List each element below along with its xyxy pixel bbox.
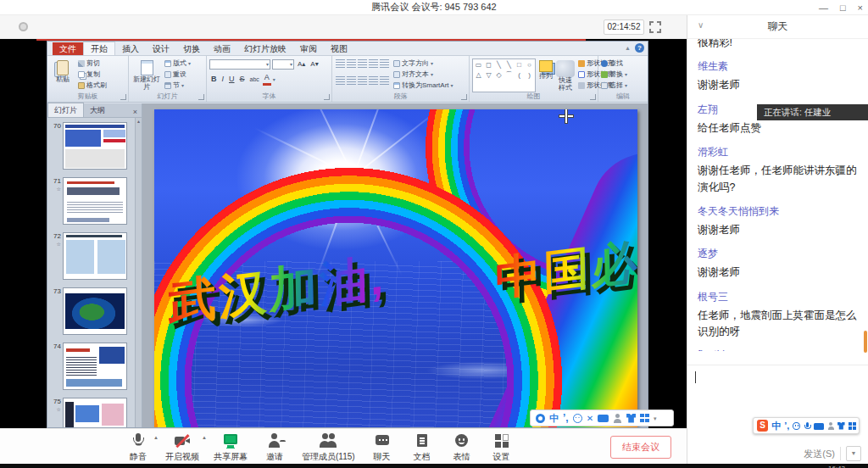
slide-thumbnail[interactable]: [63, 343, 127, 390]
paste-button[interactable]: 粘贴: [50, 58, 75, 92]
chevron-down-icon[interactable]: ∨: [698, 20, 704, 30]
format-painter-button[interactable]: 格式刷: [78, 81, 107, 91]
toolbar-item-screen-share[interactable]: 共享屏幕: [214, 432, 248, 461]
slide-thumbnail[interactable]: [63, 232, 127, 280]
toolbar-item-camera-off[interactable]: ▲开启视频: [165, 432, 199, 461]
ppt-tab-3[interactable]: 设计: [146, 42, 176, 55]
skin-icon[interactable]: [626, 414, 636, 423]
text-direction-button[interactable]: 文字方向▾: [393, 58, 453, 69]
toolbar-item-settings[interactable]: 设置: [489, 432, 515, 461]
chevron-up-icon[interactable]: ▲: [153, 435, 159, 440]
reset-button[interactable]: 重设: [164, 70, 191, 80]
align-right-icon[interactable]: [358, 76, 367, 85]
numbering-icon[interactable]: [347, 59, 356, 68]
voice-input-icon[interactable]: [804, 422, 810, 430]
italic-button[interactable]: I: [220, 74, 226, 85]
tab-slides[interactable]: 幻灯片: [47, 103, 84, 117]
smartart-button[interactable]: 转换为SmartArt▾: [393, 81, 453, 91]
indent-decrease-icon[interactable]: [358, 59, 367, 68]
chat-scrollbar[interactable]: [864, 331, 867, 353]
toolbox-icon[interactable]: [640, 414, 649, 423]
maximize-icon[interactable]: □: [840, 0, 846, 15]
ime-toolbar-sogou[interactable]: S 中 ’,: [753, 417, 860, 434]
align-text-button[interactable]: 对齐文本▾: [393, 70, 453, 80]
chevron-down-icon[interactable]: ▾: [654, 414, 657, 423]
grow-font-button[interactable]: A▴: [296, 58, 307, 70]
ribbon-collapse-icon[interactable]: ▲: [625, 45, 631, 51]
ppt-tab-6[interactable]: 幻灯片放映: [237, 42, 293, 55]
strikethrough-button[interactable]: S: [238, 74, 247, 85]
section-button[interactable]: 节▾: [164, 81, 191, 91]
ime-language-icon[interactable]: 中: [549, 414, 559, 423]
keyboard-icon[interactable]: [814, 423, 823, 430]
slide-thumbnail[interactable]: [63, 122, 127, 170]
dialog-launcher-icon[interactable]: [324, 94, 330, 100]
minimize-icon[interactable]: —: [819, 0, 828, 15]
align-left-icon[interactable]: [336, 76, 345, 85]
columns-icon[interactable]: [380, 76, 389, 85]
toolbar-item-invite[interactable]: 邀请: [262, 432, 287, 461]
account-icon[interactable]: [827, 422, 834, 430]
help-icon[interactable]: ?: [635, 43, 644, 53]
toolbar-item-document[interactable]: 文档: [409, 432, 435, 461]
ime-logo-icon[interactable]: [536, 414, 545, 423]
ppt-tab-8[interactable]: 视图: [324, 42, 354, 55]
toolbox-icon[interactable]: [849, 422, 855, 430]
punctuation-icon[interactable]: ’,: [784, 422, 789, 429]
slide-canvas[interactable]: 武汉加油, 武汉加油, 中国必胜! 中国必胜!: [154, 109, 637, 427]
justify-icon[interactable]: [369, 76, 378, 85]
font-name-select[interactable]: ▾: [209, 59, 270, 70]
cut-button[interactable]: 剪切: [78, 58, 107, 69]
chat-input-area[interactable]: 发送(S) ▼: [687, 365, 868, 468]
dialog-launcher-icon[interactable]: [590, 94, 596, 100]
ime-language-icon[interactable]: 中: [771, 420, 781, 432]
fullscreen-icon[interactable]: [649, 21, 661, 33]
emoji-icon[interactable]: [573, 414, 582, 423]
line-spacing-icon[interactable]: [380, 59, 389, 68]
arrange-button[interactable]: 排列: [539, 58, 553, 92]
sogou-logo-icon[interactable]: S: [757, 420, 768, 432]
chat-message-list[interactable]: 很精彩!维生素谢谢老师左翔给任老师点赞滑彩虹谢谢任老师，任老师能讲讲东疆的演化吗…: [687, 39, 868, 351]
tab-outline[interactable]: 大纲: [84, 103, 111, 117]
ime-toolbar-slide[interactable]: 中 ’, ✕ ▾: [530, 410, 674, 426]
dialog-launcher-icon[interactable]: [198, 94, 204, 100]
layout-button[interactable]: 版式▾: [164, 58, 191, 69]
bullets-icon[interactable]: [336, 59, 345, 68]
account-icon[interactable]: [613, 414, 622, 423]
slide-thumbnail[interactable]: [63, 287, 127, 335]
skin-icon[interactable]: [837, 422, 844, 430]
underline-button[interactable]: U: [227, 74, 236, 85]
bold-button[interactable]: B: [209, 74, 219, 85]
thumbnail-scrollbar[interactable]: [135, 118, 142, 427]
toolbar-item-members[interactable]: 管理成员(115): [302, 432, 355, 461]
new-slide-button[interactable]: 新建幻灯片: [131, 58, 162, 92]
copy-button[interactable]: 复制: [78, 70, 107, 80]
ppt-tab-7[interactable]: 审阅: [293, 42, 324, 55]
send-button[interactable]: 发送(S): [804, 448, 835, 460]
shrink-font-button[interactable]: A▾: [309, 58, 320, 70]
toolbar-item-microphone[interactable]: ▲静音: [125, 432, 151, 461]
toolbar-item-chat[interactable]: 聊天: [370, 432, 395, 461]
ppt-tab-5[interactable]: 动画: [207, 42, 237, 55]
ppt-tab-1[interactable]: 开始: [83, 42, 115, 55]
indent-increase-icon[interactable]: [369, 59, 378, 68]
font-size-select[interactable]: ▾: [272, 59, 294, 70]
replace-button[interactable]: 替换▾: [601, 70, 645, 80]
close-icon[interactable]: ×: [858, 0, 863, 15]
slide-thumbnail[interactable]: [63, 177, 127, 225]
send-options-dropdown[interactable]: ▼: [846, 446, 861, 461]
emoji-icon[interactable]: [793, 422, 800, 430]
ppt-tab-0[interactable]: 文件: [53, 42, 83, 55]
toolbar-item-emoji[interactable]: 表情: [449, 432, 475, 461]
quick-styles-button[interactable]: 快速样式: [556, 58, 575, 92]
find-button[interactable]: 查找: [601, 58, 645, 69]
shape-gallery[interactable]: ▭◻╲╲□○ △▽◇⌒(): [472, 58, 536, 92]
punctuation-icon[interactable]: ’,: [563, 415, 569, 422]
dialog-launcher-icon[interactable]: [120, 94, 126, 100]
ppt-tab-4[interactable]: 切换: [176, 42, 207, 55]
close-panel-icon[interactable]: ×: [129, 108, 142, 117]
align-center-icon[interactable]: [347, 76, 356, 85]
select-button[interactable]: 选择▾: [601, 81, 645, 91]
dialog-launcher-icon[interactable]: [461, 94, 467, 100]
ppt-tab-2[interactable]: 插入: [115, 42, 146, 55]
